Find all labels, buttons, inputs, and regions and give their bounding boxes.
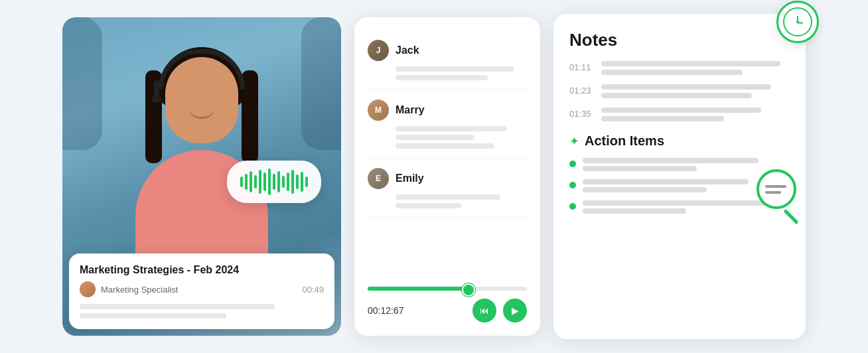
note-time-1: 01:11 bbox=[569, 62, 593, 75]
note-entry-3: 01:35 bbox=[569, 107, 790, 121]
skeleton-line-2 bbox=[80, 313, 226, 318]
clock-face bbox=[783, 7, 812, 36]
note-line-2a bbox=[601, 84, 771, 90]
skeleton-line-1 bbox=[80, 304, 275, 309]
skeleton-lines bbox=[80, 304, 324, 318]
marry-lines bbox=[368, 126, 527, 149]
controls-right: ⏮ ▶ bbox=[472, 299, 527, 322]
meta-left: Marketing Specialist bbox=[80, 281, 178, 297]
note-time-3: 01:35 bbox=[569, 109, 593, 121]
magnifier-circle bbox=[757, 169, 796, 209]
role-label: Marketing Specialist bbox=[101, 285, 178, 295]
action-items-title: Action Items bbox=[585, 133, 664, 149]
avatar-jack: J bbox=[368, 40, 389, 61]
bullet-3 bbox=[569, 203, 576, 210]
speaker-header-marry: M Marry bbox=[368, 100, 527, 121]
note-line-3b bbox=[601, 116, 724, 121]
progress-fill bbox=[368, 287, 471, 291]
time-label: 00:49 bbox=[302, 285, 324, 295]
specialist-avatar bbox=[80, 281, 96, 297]
progress-area: 00:12:67 ⏮ ▶ bbox=[368, 280, 527, 322]
waveform-bubble bbox=[227, 161, 321, 203]
note-lines-1 bbox=[601, 61, 790, 75]
bullet-1 bbox=[569, 161, 576, 167]
action-line-1a bbox=[583, 158, 759, 163]
note-line-3a bbox=[601, 107, 761, 113]
jack-lines bbox=[368, 66, 527, 80]
speaker-item-emily: E Emily bbox=[368, 159, 527, 218]
magnifier bbox=[757, 169, 796, 209]
card-meta: Marketing Specialist 00:49 bbox=[80, 281, 324, 297]
video-panel: Marketing Strategies - Feb 2024 Marketin… bbox=[62, 17, 341, 336]
note-time-2: 01:23 bbox=[569, 86, 593, 98]
player-controls: 00:12:67 ⏮ ▶ bbox=[368, 299, 527, 322]
action-line-1b bbox=[583, 166, 697, 171]
action-line-2a bbox=[583, 179, 749, 184]
note-lines-3 bbox=[601, 107, 790, 121]
note-entry-1: 01:11 bbox=[569, 61, 790, 75]
emily-line-1 bbox=[396, 194, 500, 200]
time-display: 00:12:67 bbox=[368, 305, 404, 316]
action-items-header: ✦ Action Items bbox=[569, 133, 790, 149]
action-line-2b bbox=[583, 187, 707, 192]
note-line-2b bbox=[601, 93, 752, 98]
progress-bar[interactable] bbox=[368, 287, 527, 291]
action-line-3a bbox=[583, 200, 769, 206]
note-lines-2 bbox=[601, 84, 790, 98]
note-line-1a bbox=[601, 61, 780, 66]
emily-lines bbox=[368, 194, 527, 208]
note-line-1b bbox=[601, 70, 743, 75]
notes-title: Notes bbox=[569, 30, 790, 50]
magnifier-line-1 bbox=[765, 185, 786, 188]
jack-line-1 bbox=[396, 66, 514, 72]
speaker-header-emily: E Emily bbox=[368, 168, 527, 189]
play-button[interactable]: ▶ bbox=[503, 299, 527, 322]
speaker-item-jack: J Jack bbox=[368, 31, 527, 90]
action-item-2 bbox=[569, 179, 790, 192]
note-entry-2: 01:23 bbox=[569, 84, 790, 98]
avatar-emily: E bbox=[368, 168, 389, 189]
marry-line-1 bbox=[396, 126, 507, 131]
clock-icon bbox=[776, 1, 819, 43]
transcript-panel: J Jack M Marry E Emily bbox=[354, 17, 540, 336]
marry-line-3 bbox=[396, 143, 494, 149]
speaker-item-marry: M Marry bbox=[368, 90, 527, 159]
emily-line-2 bbox=[396, 203, 461, 208]
action-icon: ✦ bbox=[569, 134, 579, 149]
jack-line-2 bbox=[396, 75, 488, 80]
magnifier-handle bbox=[783, 209, 798, 224]
rewind-button[interactable]: ⏮ bbox=[472, 299, 496, 322]
notes-panel: Notes 01:11 01:23 01:35 ✦ bbox=[553, 14, 806, 339]
avatar-marry: M bbox=[368, 100, 389, 121]
bullet-2 bbox=[569, 182, 576, 188]
bottom-info-card: Marketing Strategies - Feb 2024 Marketin… bbox=[69, 253, 334, 329]
magnifier-lines bbox=[765, 185, 788, 194]
speaker-header-jack: J Jack bbox=[368, 40, 527, 61]
card-title: Marketing Strategies - Feb 2024 bbox=[80, 264, 324, 276]
speaker-name-emily: Emily bbox=[396, 173, 424, 184]
speaker-name-marry: Marry bbox=[396, 104, 425, 116]
marry-line-2 bbox=[396, 135, 474, 140]
main-container: Marketing Strategies - Feb 2024 Marketin… bbox=[0, 0, 868, 353]
magnifier-line-2 bbox=[765, 191, 781, 194]
action-line-3b bbox=[583, 208, 686, 214]
speaker-name-jack: Jack bbox=[396, 44, 419, 56]
